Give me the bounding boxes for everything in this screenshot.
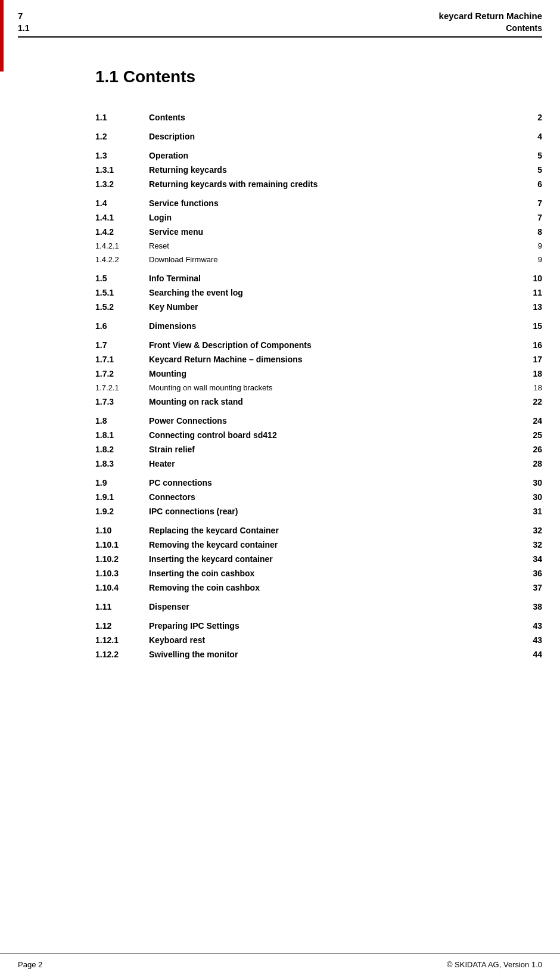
toc-num: 1.3.2 [95, 177, 149, 191]
footer-page-label: Page 2 [18, 960, 42, 969]
toc-spacer [95, 614, 542, 619]
toc-row: 1.9.2IPC connections (rear)31 [95, 504, 542, 518]
toc-row: 1.9PC connections30 [95, 476, 542, 490]
toc-page: 18 [505, 381, 542, 395]
toc-num: 1.3.1 [95, 163, 149, 177]
toc-title: Reset [149, 239, 505, 253]
toc-row: 1.3Operation5 [95, 148, 542, 163]
toc-row: 1.5Info Terminal10 [95, 271, 542, 285]
toc-num: 1.7.1 [95, 352, 149, 367]
toc-row: 1.2Description4 [95, 129, 542, 144]
toc-title: Mounting on wall mounting brackets [149, 381, 505, 395]
toc-page: 16 [505, 338, 542, 352]
toc-title: Operation [149, 148, 505, 163]
toc-page: 30 [505, 476, 542, 490]
toc-num: 1.12.1 [95, 633, 149, 647]
toc-num: 1.10.3 [95, 566, 149, 580]
toc-num: 1.5.1 [95, 285, 149, 300]
toc-page: 6 [505, 177, 542, 191]
toc-row: 1.10.1Removing the keycard container32 [95, 538, 542, 552]
toc-num: 1.6 [95, 319, 149, 333]
toc-row: 1.12Preparing IPC Settings43 [95, 619, 542, 633]
toc-row: 1.1Contents2 [95, 110, 542, 125]
toc-spacer [95, 266, 542, 271]
toc-num: 1.10.1 [95, 538, 149, 552]
header-section-label: Contents [506, 23, 542, 33]
toc-table: 1.1Contents21.2Description41.3Operation5… [95, 110, 542, 662]
header: 7 keycard Return Machine [0, 0, 560, 21]
toc-title: Key Number [149, 300, 505, 314]
toc-page: 24 [505, 414, 542, 428]
toc-row: 1.12.2Swivelling the monitor44 [95, 647, 542, 662]
toc-title: Swivelling the monitor [149, 647, 505, 662]
toc-num: 1.12.2 [95, 647, 149, 662]
toc-spacer [95, 144, 542, 148]
toc-title: Removing the coin cashbox [149, 580, 505, 595]
toc-row: 1.7.3Mounting on rack stand22 [95, 395, 542, 409]
toc-title: Power Connections [149, 414, 505, 428]
toc-num: 1.11 [95, 600, 149, 614]
toc-num: 1.4.1 [95, 210, 149, 225]
toc-page: 9 [505, 253, 542, 266]
toc-num: 1.5.2 [95, 300, 149, 314]
main-content: 1.1 Contents 1.1Contents21.2Description4… [0, 38, 560, 954]
toc-num: 1.7.3 [95, 395, 149, 409]
header-section: 1.1 Contents [0, 21, 560, 33]
toc-num: 1.4.2.1 [95, 239, 149, 253]
toc-page: 30 [505, 490, 542, 504]
toc-title: Returning keycards with remaining credit… [149, 177, 505, 191]
toc-row: 1.8.2Strain relief26 [95, 442, 542, 457]
toc-num: 1.9.1 [95, 490, 149, 504]
toc-page: 34 [505, 552, 542, 566]
toc-title: Download Firmware [149, 253, 505, 266]
toc-title: Service menu [149, 225, 505, 239]
toc-row: 1.4.2Service menu8 [95, 225, 542, 239]
toc-title: PC connections [149, 476, 505, 490]
toc-page: 43 [505, 619, 542, 633]
toc-page: 31 [505, 504, 542, 518]
toc-row: 1.8Power Connections24 [95, 414, 542, 428]
toc-page: 38 [505, 600, 542, 614]
toc-title: Login [149, 210, 505, 225]
toc-row: 1.10Replacing the keycard Container32 [95, 523, 542, 538]
section-heading-text: 1.1 Contents [95, 67, 195, 86]
toc-page: 18 [505, 367, 542, 381]
footer-copyright: © SKIDATA AG, Version 1.0 [447, 960, 542, 969]
toc-page: 32 [505, 538, 542, 552]
toc-title: Searching the event log [149, 285, 505, 300]
toc-page: 13 [505, 300, 542, 314]
toc-title: Removing the keycard container [149, 538, 505, 552]
toc-num: 1.10 [95, 523, 149, 538]
page-container: 7 keycard Return Machine 1.1 Contents 1.… [0, 0, 560, 975]
toc-num: 1.3 [95, 148, 149, 163]
toc-page: 4 [505, 129, 542, 144]
toc-row: 1.10.2Inserting the keycard container34 [95, 552, 542, 566]
toc-num: 1.10.4 [95, 580, 149, 595]
toc-title: Description [149, 129, 505, 144]
toc-title: Front View & Description of Components [149, 338, 505, 352]
toc-title: Returning keycards [149, 163, 505, 177]
toc-title: Service functions [149, 196, 505, 210]
toc-page: 5 [505, 148, 542, 163]
toc-page: 28 [505, 457, 542, 471]
toc-title: Dimensions [149, 319, 505, 333]
toc-page: 15 [505, 319, 542, 333]
toc-page: 36 [505, 566, 542, 580]
toc-row: 1.3.2Returning keycards with remaining c… [95, 177, 542, 191]
toc-page: 9 [505, 239, 542, 253]
header-section-number: 1.1 [18, 23, 29, 33]
toc-title: Strain relief [149, 442, 505, 457]
toc-num: 1.7 [95, 338, 149, 352]
toc-spacer [95, 125, 542, 129]
red-accent-bar [0, 0, 4, 72]
toc-title: Heater [149, 457, 505, 471]
toc-row: 1.5.1Searching the event log11 [95, 285, 542, 300]
toc-spacer [95, 595, 542, 600]
toc-spacer [95, 333, 542, 338]
toc-row: 1.12.1Keyboard rest43 [95, 633, 542, 647]
toc-row: 1.10.4Removing the coin cashbox37 [95, 580, 542, 595]
toc-num: 1.2 [95, 129, 149, 144]
toc-num: 1.4 [95, 196, 149, 210]
toc-row: 1.7.1Keycard Return Machine – dimensions… [95, 352, 542, 367]
toc-page: 7 [505, 210, 542, 225]
